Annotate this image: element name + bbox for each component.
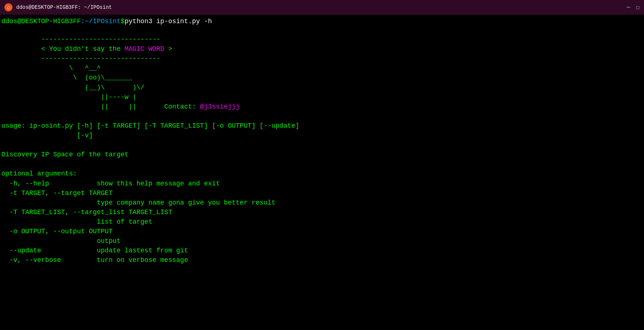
output-line-targetlist2: list of target	[1, 217, 643, 227]
output-line-update: --update update lastest from git	[1, 246, 643, 255]
output-line-verbose: -v, --verbose turn on verbose message	[1, 255, 643, 265]
title-bar: ◯ ddos@DESKTOP-HIGB3FF: ~/IPOsint — ☐	[0, 0, 644, 15]
contact-handle: @j3ssiejjj	[200, 103, 240, 110]
output-line-output2: output	[1, 236, 643, 246]
output-line-separator2: ------------------------------	[1, 54, 643, 63]
output-line-cow3: (__)\ )\/	[1, 83, 643, 92]
minimize-button[interactable]: —	[627, 4, 630, 11]
output-line-targetlist1: -T TARGET_LIST, --target_list TARGET_LIS…	[1, 207, 643, 217]
output-line-blank1	[1, 25, 643, 35]
terminal-body[interactable]: ddos@DESKTOP-HIGB3FF:~/IPOsint$ python3 …	[0, 15, 644, 330]
output-line-magic: < You didn't say the MAGIC WORD >	[1, 44, 643, 54]
prompt-path: :~/IPOsint	[81, 18, 121, 25]
output-line-blank3	[1, 140, 643, 150]
title-bar-controls: — ☐	[627, 4, 640, 11]
title-bar-left: ◯ ddos@DESKTOP-HIGB3FF: ~/IPOsint	[4, 3, 112, 11]
output-line-separator1: ------------------------------	[1, 35, 643, 44]
output-line-cow5: || || Contact: @j3ssiejjj	[1, 102, 643, 111]
ubuntu-icon: ◯	[4, 3, 12, 11]
output-line-blank2	[1, 111, 643, 121]
output-line-description: Discovery IP Space of the target	[1, 150, 643, 159]
magic-word-text: MAGIC WORD	[125, 45, 164, 53]
output-line-cow2: \ (oo)\_______	[1, 73, 643, 82]
prompt-line: ddos@DESKTOP-HIGB3FF:~/IPOsint$ python3 …	[1, 18, 643, 25]
output-line-cow1: \ ^__^	[1, 63, 643, 73]
output-line-usage2: [-v]	[1, 131, 643, 140]
output-line-help: -h, --help show this help message and ex…	[1, 179, 643, 188]
maximize-button[interactable]: ☐	[636, 4, 640, 11]
output-line-output1: -o OUTPUT, --output OUTPUT	[1, 227, 643, 236]
output-line-optional-header: optional arguments:	[1, 169, 643, 178]
prompt-dollar: $	[121, 18, 125, 25]
output-line-cow4: ||----w |	[1, 92, 643, 102]
prompt-user: ddos@DESKTOP-HIGB3FF	[1, 18, 81, 25]
output-line-blank4	[1, 159, 643, 169]
prompt-command: python3 ip-osint.py -h	[125, 18, 212, 25]
output-line-usage1: usage: ip-osint.py [-h] [-t TARGET] [-T …	[1, 121, 643, 131]
window-title: ddos@DESKTOP-HIGB3FF: ~/IPOsint	[16, 4, 112, 10]
output-line-target1: -t TARGET, --target TARGET	[1, 188, 643, 198]
output-line-target2: type company name gona give you better r…	[1, 198, 643, 207]
